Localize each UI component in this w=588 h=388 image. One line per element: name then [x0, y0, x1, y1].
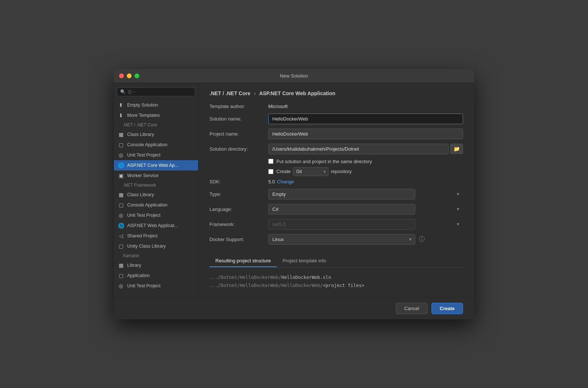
language-select[interactable]: C# F# — [268, 204, 415, 215]
cancel-button[interactable]: Cancel — [396, 303, 427, 314]
sidebar-item-unit-test-1[interactable]: ◎ Unit Test Project — [114, 150, 198, 160]
browse-button[interactable]: 📁 — [450, 144, 463, 154]
sidebar-item-console-app-2[interactable]: ▢ Console Application — [114, 200, 198, 210]
library-icon: ▦ — [118, 262, 124, 269]
framework-select[interactable]: net5.0 — [268, 219, 415, 230]
section-header-label: .NET / .NET Core — [123, 122, 157, 127]
minimize-button[interactable] — [127, 73, 132, 78]
solution-name-input[interactable] — [268, 114, 463, 124]
docker-support-row: Docker Support: Linux Windows None ▼ ⓘ — [209, 234, 463, 245]
tab-project-structure[interactable]: Resulting project structure — [209, 255, 277, 267]
sidebar-item-label: Class Library — [127, 132, 154, 137]
sidebar-item-label: Unit Test Project — [127, 213, 161, 218]
search-input[interactable] — [128, 89, 192, 94]
console-app-icon: ▢ — [118, 141, 124, 148]
language-select-wrapper: C# F# ▼ — [268, 204, 463, 215]
create-button[interactable]: Create — [431, 303, 463, 314]
sidebar-item-library[interactable]: ▦ Library — [114, 260, 198, 270]
titlebar: New Solution — [114, 69, 474, 83]
sidebar-item-label: Unit Test Project — [127, 283, 161, 288]
sdk-version: 5.0 — [268, 179, 275, 184]
sidebar-item-unit-test-3[interactable]: ◎ Unit Test Project — [114, 281, 198, 291]
solution-dir-input[interactable] — [268, 144, 449, 154]
sidebar-item-unity-class-lib[interactable]: ▢ Unity Class Library — [114, 241, 198, 251]
sidebar-item-worker-service[interactable]: ▣ Worker Service — [114, 170, 198, 181]
template-author-value: Microsoft — [268, 104, 288, 109]
application-icon: ▢ — [118, 272, 124, 279]
framework-row: Framework: net5.0 ▼ — [209, 219, 463, 230]
sidebar-item-console-app-1[interactable]: ▢ Console Application — [114, 140, 198, 150]
sidebar-item-label: Console Application — [127, 142, 168, 147]
sidebar-item-label: Library — [127, 263, 141, 268]
git-row: Create Git Subversion ▼ repository — [276, 167, 352, 176]
window-controls — [119, 73, 139, 78]
sidebar-item-unit-test-2[interactable]: ◎ Unit Test Project — [114, 210, 198, 220]
sidebar: 🔍 ⬆ Empty Solution ⬇ More Templates .NET… — [114, 83, 198, 297]
breadcrumb-part1: .NET / .NET Core — [209, 90, 250, 96]
framework-label: Framework: — [209, 222, 268, 227]
sidebar-item-more-templates[interactable]: ⬇ More Templates — [114, 110, 198, 121]
sidebar-section-dotnet-core: .NET / .NET Core — [114, 121, 198, 129]
aspnet2-icon: 🌐 — [118, 222, 124, 229]
sidebar-item-aspnet-web-app2[interactable]: 🌐 ASP.NET Web Applicat... — [114, 220, 198, 231]
sidebar-item-label: Unit Test Project — [127, 152, 161, 158]
docker-select-wrapper: Linux Windows None ▼ — [268, 234, 415, 245]
section-header-label: .NET Framework — [123, 183, 156, 188]
sdk-label: SDK: — [209, 179, 268, 184]
sidebar-section-xamarin: Xamarin — [114, 251, 198, 260]
help-icon[interactable]: ⓘ — [419, 236, 425, 243]
language-row: Language: C# F# ▼ — [209, 204, 463, 215]
structure-line-1: .../Dotnet/HelloDockerWeb/HelloDockerWeb… — [209, 273, 463, 282]
sidebar-item-label: Unity Class Library — [127, 244, 166, 249]
sidebar-item-class-library-1[interactable]: ▦ Class Library — [114, 129, 198, 140]
git-type-select[interactable]: Git Subversion — [293, 167, 329, 176]
type-select[interactable]: Empty Web Application Web Application (M… — [268, 189, 415, 200]
tab-template-info[interactable]: Project template info — [277, 255, 332, 267]
project-name-label: Project name: — [209, 131, 268, 137]
create-label[interactable]: Create — [276, 169, 291, 174]
breadcrumb-separator: › — [254, 90, 256, 96]
sidebar-item-label: ASP.NET Core Web Ap... — [127, 163, 179, 168]
section-header-label: Xamarin — [123, 253, 139, 258]
sidebar-item-label: Worker Service — [127, 173, 158, 178]
structure-highlight-2: <project files> — [323, 283, 365, 288]
unit-test-icon: ◎ — [118, 152, 124, 158]
sidebar-item-application[interactable]: ▢ Application — [114, 270, 198, 281]
maximize-button[interactable] — [135, 73, 139, 78]
sidebar-item-shared-project[interactable]: ◁ Shared Project — [114, 231, 198, 241]
language-label: Language: — [209, 206, 268, 212]
shared-project-icon: ◁ — [118, 233, 124, 239]
close-button[interactable] — [119, 73, 124, 78]
sdk-change-link[interactable]: Change — [277, 179, 294, 184]
type-label: Type: — [209, 191, 268, 197]
template-author-label: Template author: — [209, 104, 268, 109]
class-library-2-icon: ▦ — [118, 191, 124, 198]
same-dir-checkbox[interactable] — [268, 159, 273, 164]
solution-name-row: Solution name: — [209, 114, 463, 124]
new-solution-dialog: New Solution 🔍 ⬆ Empty Solution ⬇ More T… — [114, 69, 474, 319]
sidebar-item-label: More Templates — [127, 113, 160, 118]
dialog-title: New Solution — [280, 73, 308, 79]
create-repo-checkbox[interactable] — [268, 169, 273, 174]
sidebar-item-class-library-2[interactable]: ▦ Class Library — [114, 190, 198, 200]
docker-select[interactable]: Linux Windows None — [268, 234, 415, 245]
framework-select-wrapper: net5.0 ▼ — [268, 219, 463, 230]
search-icon: 🔍 — [120, 89, 126, 94]
type-select-wrapper: Empty Web Application Web Application (M… — [268, 189, 463, 200]
project-name-input[interactable] — [268, 129, 463, 139]
solution-dir-label: Solution directory: — [209, 146, 268, 152]
dialog-footer: Cancel Create — [114, 297, 474, 319]
sdk-row: SDK: 5.0 Change — [209, 179, 463, 184]
sidebar-item-empty-solution[interactable]: ⬆ Empty Solution — [114, 100, 198, 110]
same-dir-label[interactable]: Put solution and project in the same dir… — [276, 159, 372, 164]
structure-line-2: .../Dotnet/HelloDockerWeb/HelloDockerWeb… — [209, 281, 463, 290]
solution-name-label: Solution name: — [209, 116, 268, 122]
framework-select-arrow: ▼ — [456, 222, 460, 226]
language-select-arrow: ▼ — [456, 207, 460, 211]
breadcrumb-part2: ASP.NET Core Web Application — [259, 90, 335, 96]
sidebar-item-aspnet-web-app[interactable]: 🌐 ASP.NET Core Web Ap... — [114, 160, 198, 170]
create-repo-row: Create Git Subversion ▼ repository — [209, 167, 463, 176]
main-panel: .NET / .NET Core › ASP.NET Core Web Appl… — [198, 83, 474, 297]
tab-label: Resulting project structure — [215, 258, 271, 263]
search-bar[interactable]: 🔍 — [117, 87, 195, 96]
